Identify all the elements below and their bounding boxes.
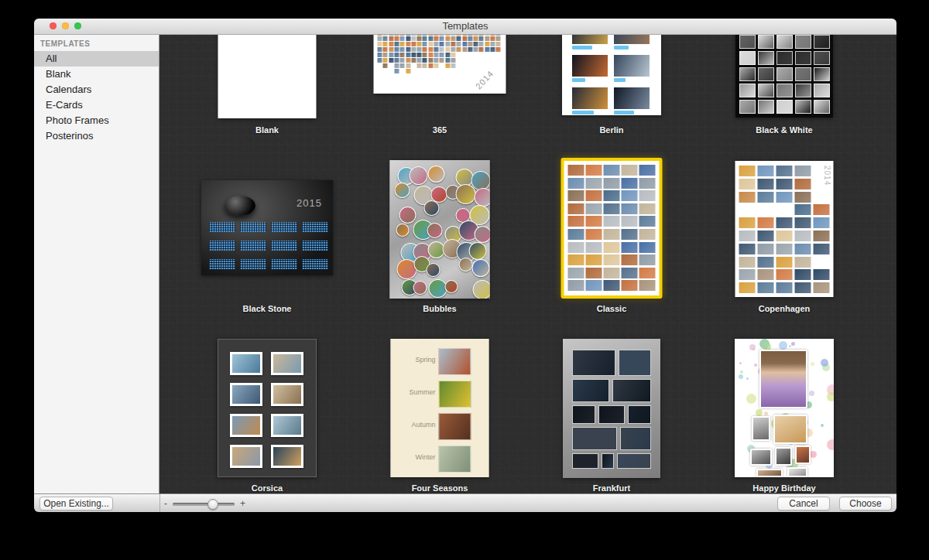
mosaic-cell [429, 63, 434, 68]
mosaic-cell [395, 63, 399, 68]
cancel-button[interactable]: Cancel [777, 497, 830, 510]
mosaic-cell [383, 42, 388, 46]
mosaic-cell [383, 53, 388, 57]
mosaic-cell [739, 179, 756, 190]
template-thumbnail[interactable] [562, 35, 661, 115]
mosaic-cell [758, 179, 774, 190]
photo-placeholder [572, 427, 617, 450]
sidebar-item-posterinos[interactable]: Posterinos [34, 128, 159, 144]
mosaic-cell [795, 230, 811, 241]
mosaic-cell [395, 36, 399, 41]
confetti-dot [779, 341, 787, 350]
template-thumbnail[interactable] [218, 339, 317, 477]
confetti-dot [746, 394, 756, 404]
confetti-dot [810, 451, 817, 458]
calendar-month [302, 241, 328, 251]
photo-bubble [471, 171, 490, 190]
sidebar-item-calendars[interactable]: Calendars [34, 82, 159, 97]
template-thumbnail[interactable]: 2014 [374, 35, 506, 94]
template-name-label: Copenhagen [698, 304, 870, 313]
mosaic-cell [446, 36, 451, 41]
bw-photo [795, 100, 811, 114]
mosaic-cell [440, 35, 444, 36]
mosaic-cell [795, 244, 811, 254]
photo-bubble [475, 188, 490, 207]
mosaic-cell [440, 53, 444, 57]
template-grid: Blank2014365BerlinBlack & White2015Black… [159, 35, 896, 493]
photo-bubble [424, 200, 440, 216]
mosaic-cell [474, 42, 478, 46]
mosaic-cell [406, 42, 411, 46]
mosaic-cell [383, 36, 388, 41]
mosaic-cell [639, 242, 656, 253]
thumbnail-size-slider[interactable] [173, 499, 235, 510]
slider-track[interactable] [173, 503, 235, 506]
mosaic-cell [739, 269, 756, 280]
template-thumbnail[interactable]: 2015 [201, 180, 333, 275]
mosaic-cell [739, 282, 756, 293]
slider-thumb[interactable] [207, 499, 218, 510]
template-thumbnail[interactable] [563, 339, 660, 478]
template-thumbnail[interactable] [561, 158, 663, 299]
photo-placeholder [602, 453, 614, 469]
mosaic-cell [378, 53, 382, 57]
confetti-dot [821, 424, 824, 427]
zoom-out-icon[interactable]: - [164, 494, 167, 512]
mosaic-cell [423, 63, 427, 68]
photo-placeholder [598, 405, 625, 424]
confetti-dot [827, 392, 834, 401]
photo-placeholder [232, 354, 260, 373]
mosaic-cell [568, 165, 584, 176]
mosaic-cell [586, 229, 602, 240]
template-thumbnail[interactable]: SpringSummerAutumnWinter [391, 339, 489, 477]
mosaic-cell [417, 36, 422, 41]
sidebar-item-blank[interactable]: Blank [34, 67, 159, 82]
footer-divider [159, 494, 160, 512]
mosaic-cell [795, 204, 811, 215]
mosaic-cell [457, 35, 461, 36]
bw-photo [814, 84, 830, 97]
mosaic-cell [795, 282, 811, 293]
template-thumbnail[interactable] [735, 339, 834, 477]
mosaic-cell [479, 35, 484, 36]
mosaic-cell [479, 42, 484, 46]
mosaic-cell [622, 254, 638, 265]
mosaic-cell [739, 257, 756, 268]
thumbnail-overlay-text: 2014 [823, 166, 831, 186]
sidebar-item-all[interactable]: All [34, 51, 159, 67]
mosaic-cell [406, 35, 411, 36]
confetti-dot [789, 345, 791, 347]
zoom-in-icon[interactable]: + [240, 494, 245, 512]
mosaic-cell [604, 178, 620, 189]
bw-photo [814, 51, 830, 65]
open-existing-button[interactable]: Open Existing... [39, 497, 113, 510]
mosaic-cell [622, 165, 638, 176]
thumbnail-overlay-text: 2014 [473, 68, 495, 90]
mosaic-cell [463, 42, 468, 46]
bw-photo [776, 100, 793, 114]
template-thumbnail[interactable] [735, 35, 833, 118]
mosaic-cell [412, 58, 417, 63]
photo-placeholder [617, 453, 651, 469]
photo-bubble [473, 280, 490, 299]
confetti-dot [821, 359, 828, 367]
mosaic-cell [451, 63, 456, 68]
mosaic-cell [434, 58, 439, 63]
window-titlebar[interactable]: Templates [34, 19, 896, 35]
choose-button[interactable]: Choose [839, 497, 892, 510]
mosaic-cell [457, 42, 461, 46]
thumbnail-art [735, 339, 834, 477]
photo-bubble [445, 280, 458, 293]
template-thumbnail[interactable] [218, 35, 317, 118]
photo-bubble [475, 226, 490, 243]
sidebar-item-photo-frames[interactable]: Photo Frames [34, 113, 159, 128]
template-thumbnail[interactable] [390, 160, 490, 299]
thumbnail-art [218, 35, 317, 118]
mosaic-cell [429, 36, 434, 41]
sidebar-item-e-cards[interactable]: E-Cards [34, 97, 159, 113]
footer-bar: Open Existing... - + Cancel Choose [34, 493, 896, 512]
mosaic-cell [468, 42, 473, 46]
mosaic-cell [468, 36, 473, 41]
template-thumbnail[interactable]: 2014 [735, 161, 834, 297]
mosaic-cell [434, 35, 439, 36]
